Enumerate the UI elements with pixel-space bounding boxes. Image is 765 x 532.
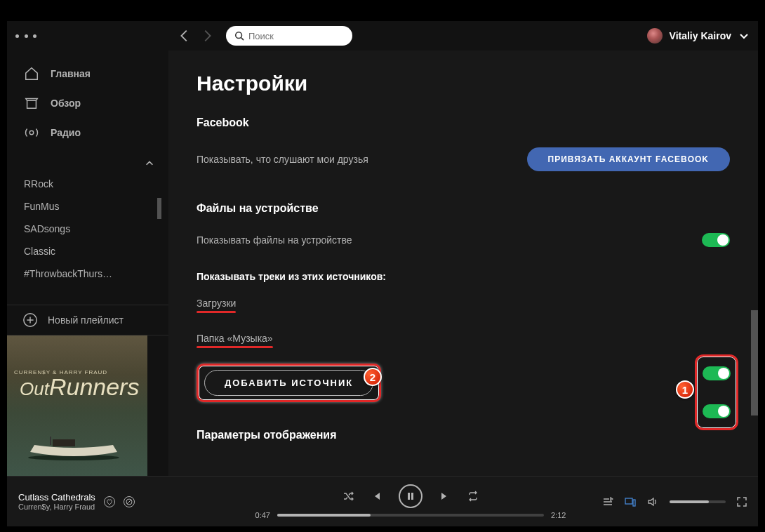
show-local-files-label: Показывать файлы на устройстве <box>197 234 352 246</box>
shuffle-icon[interactable] <box>342 491 354 502</box>
svg-line-10 <box>127 500 131 504</box>
playlist-item[interactable]: #ThrowbackThurs… <box>7 262 168 285</box>
add-source-button[interactable]: ДОБАВИТЬ ИСТОЧНИК <box>204 370 373 396</box>
album-art-illustration <box>25 432 123 460</box>
svg-rect-11 <box>408 493 410 500</box>
album-title: OutRunners <box>20 378 139 397</box>
source-row-music: Папка «Музыка» <box>197 326 730 351</box>
connect-facebook-button[interactable]: ПРИВЯЗАТЬ АККАУНТ FACEBOOK <box>527 147 730 171</box>
source-downloads-toggle[interactable] <box>703 366 731 380</box>
playlists-area: RRock FunMus SADsongs Classic #Throwback… <box>7 156 168 305</box>
volume-slider[interactable] <box>670 500 726 503</box>
radio-icon <box>24 125 39 140</box>
block-button[interactable] <box>124 496 135 507</box>
search-icon <box>234 30 244 41</box>
callout-1: 1 <box>676 380 694 399</box>
home-icon <box>24 66 39 81</box>
avatar <box>647 28 663 44</box>
nav-label: Обзор <box>51 98 81 109</box>
progress-slider[interactable] <box>277 514 544 517</box>
chevron-up-icon[interactable] <box>145 159 154 168</box>
playlist-scrollbar[interactable] <box>157 198 161 219</box>
playlist-item[interactable]: SADsongs <box>7 218 168 240</box>
player-bar: Cutlass Cathedrals Curren$y, Harry Fraud <box>7 476 758 526</box>
svg-rect-14 <box>633 500 635 506</box>
source-music-toggle[interactable] <box>703 404 731 418</box>
new-playlist-label: Новый плейлист <box>48 314 124 326</box>
nav-primary: Главная Обзор Радио <box>7 51 168 156</box>
volume-icon[interactable] <box>647 496 658 507</box>
sources-toggles-highlight: 1 <box>695 354 738 430</box>
chevron-down-icon <box>738 30 750 41</box>
repeat-icon[interactable] <box>467 491 479 502</box>
svg-rect-7 <box>53 439 75 446</box>
previous-icon[interactable] <box>371 491 382 502</box>
devices-icon[interactable] <box>625 496 636 507</box>
show-local-files-toggle[interactable] <box>702 233 730 247</box>
app-window: Vitaliy Kairov Главная Обзор Радио <box>7 21 758 526</box>
content-scrollbar[interactable] <box>751 310 758 415</box>
settings-content: Настройки Facebook Показывать, что слуша… <box>168 51 758 476</box>
user-menu[interactable]: Vitaliy Kairov <box>647 28 750 44</box>
svg-point-2 <box>236 32 242 39</box>
forward-icon[interactable] <box>199 28 215 44</box>
search-box[interactable] <box>226 26 352 46</box>
play-pause-button[interactable] <box>399 484 423 508</box>
back-icon[interactable] <box>177 28 192 44</box>
svg-rect-13 <box>625 498 632 504</box>
time-elapsed: 0:47 <box>255 511 270 519</box>
now-playing-info: Cutlass Cathedrals Curren$y, Harry Fraud <box>18 492 229 511</box>
nav-browse[interactable]: Обзор <box>7 88 168 118</box>
sidebar: Главная Обзор Радио RRock FunMus SADsong… <box>7 51 168 476</box>
section-local-files-title: Файлы на устройстве <box>197 202 730 215</box>
like-button[interactable] <box>104 496 115 507</box>
track-artist[interactable]: Curren$y, Harry Fraud <box>18 503 95 511</box>
main-menu-button[interactable] <box>15 34 36 38</box>
nav-label: Радио <box>51 127 81 138</box>
source-downloads-label: Загрузки <box>197 298 236 309</box>
nav-arrows <box>177 28 215 44</box>
svg-rect-12 <box>411 493 413 500</box>
now-playing-cover[interactable]: CURREN$Y & HARRY FRAUD OutRunners <box>7 335 147 476</box>
show-local-files-row: Показывать файлы на устройстве <box>197 226 730 254</box>
svg-point-4 <box>29 131 34 135</box>
section-facebook-title: Facebook <box>197 117 730 129</box>
source-row-downloads: Загрузки <box>197 291 730 316</box>
player-right-controls <box>592 496 747 507</box>
new-playlist-button[interactable]: Новый плейлист <box>7 305 168 335</box>
nav-home[interactable]: Главная <box>7 59 168 88</box>
playlist-item[interactable]: RRock <box>7 173 168 195</box>
callout-2: 2 <box>364 368 382 386</box>
add-source-highlight: ДОБАВИТЬ ИСТОЧНИК <box>197 364 381 402</box>
nav-label: Главная <box>51 68 91 79</box>
page-title: Настройки <box>197 72 730 95</box>
svg-line-3 <box>241 38 244 40</box>
queue-icon[interactable] <box>602 496 613 507</box>
fullscreen-icon[interactable] <box>737 497 747 507</box>
user-name: Vitaliy Kairov <box>670 30 731 41</box>
facebook-desc: Показывать, что слушают мои друзья <box>197 154 368 165</box>
browse-icon <box>24 95 39 111</box>
track-title[interactable]: Cutlass Cathedrals <box>18 492 95 503</box>
nav-radio[interactable]: Радио <box>7 118 168 147</box>
search-input[interactable] <box>248 31 344 41</box>
body-area: Главная Обзор Радио RRock FunMus SADsong… <box>7 51 758 476</box>
source-music-label: Папка «Музыка» <box>197 333 273 344</box>
playlist-item[interactable]: Classic <box>7 240 168 262</box>
next-icon[interactable] <box>439 491 451 502</box>
time-total: 2:12 <box>551 511 566 519</box>
pause-icon <box>406 491 415 501</box>
section-display-title: Параметры отображения <box>197 429 730 441</box>
player-controls: 0:47 2:12 <box>229 484 592 519</box>
svg-rect-8 <box>50 437 51 445</box>
facebook-row: Показывать, что слушают мои друзья ПРИВЯ… <box>197 140 730 178</box>
plus-circle-icon <box>22 312 38 328</box>
playlist-item[interactable]: FunMus <box>7 195 168 218</box>
topbar: Vitaliy Kairov <box>7 21 758 51</box>
sources-header: Показывать треки из этих источников: <box>197 271 730 282</box>
